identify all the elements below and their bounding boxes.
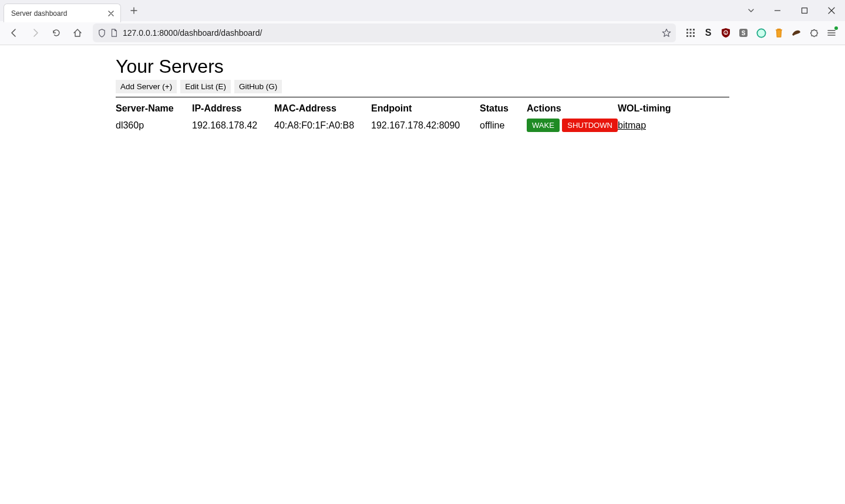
forward-button[interactable] [26, 23, 45, 42]
page-body: Your Servers Add Server (+) Edit List (E… [0, 45, 845, 134]
add-server-button[interactable]: Add Server (+) [116, 80, 177, 93]
servers-table: Server-Name IP-Address MAC-Address Endpo… [116, 101, 729, 134]
browser-chrome: Server dashboard [0, 0, 845, 45]
extension-globe-icon[interactable] [752, 24, 770, 42]
svg-rect-7 [686, 35, 688, 37]
tabs-overflow-button[interactable] [740, 6, 762, 15]
extensions-row: S S [682, 24, 840, 42]
extension-square-icon[interactable]: S [735, 24, 752, 42]
window-controls [740, 0, 845, 21]
tab-title: Server dashboard [11, 9, 103, 18]
table-header-row: Server-Name IP-Address MAC-Address Endpo… [116, 101, 729, 116]
tab-strip: Server dashboard [0, 0, 845, 21]
wake-button[interactable]: WAKE [527, 119, 560, 132]
home-button[interactable] [68, 23, 87, 42]
menu-icon[interactable] [823, 24, 840, 42]
browser-toolbar: S S [0, 21, 845, 45]
page-icon [110, 29, 118, 37]
svg-rect-6 [693, 32, 695, 34]
minimize-button[interactable] [764, 0, 791, 21]
cell-actions: WAKE SHUTDOWN [527, 116, 618, 134]
shutdown-button[interactable]: SHUTDOWN [562, 119, 618, 132]
svg-rect-5 [690, 32, 692, 34]
svg-rect-3 [693, 29, 695, 31]
svg-rect-2 [690, 29, 692, 31]
svg-rect-4 [686, 32, 688, 34]
col-header-ip: IP-Address [192, 101, 274, 116]
cell-wol: bitmap [618, 116, 729, 134]
cell-endpoint: 192.167.178.42:8090 [371, 116, 480, 134]
col-header-name: Server-Name [116, 101, 192, 116]
reload-button[interactable] [47, 23, 66, 42]
extension-brush-icon[interactable] [787, 24, 805, 42]
svg-rect-8 [690, 35, 692, 37]
extension-trash-icon[interactable] [770, 24, 787, 42]
cell-status: offline [480, 116, 527, 134]
back-button[interactable] [5, 23, 23, 42]
svg-rect-9 [693, 35, 695, 37]
url-input[interactable] [122, 28, 658, 38]
close-window-button[interactable] [818, 0, 845, 21]
bookmark-star-icon[interactable] [662, 28, 671, 38]
col-header-status: Status [480, 101, 527, 116]
shield-icon[interactable] [97, 29, 106, 38]
col-header-mac: MAC-Address [274, 101, 371, 116]
content-container: Your Servers Add Server (+) Edit List (E… [116, 45, 729, 134]
separator [116, 97, 729, 97]
edit-list-button[interactable]: Edit List (E) [180, 80, 231, 93]
maximize-button[interactable] [791, 0, 818, 21]
apps-grid-icon[interactable] [682, 24, 699, 42]
col-header-actions: Actions [527, 101, 618, 116]
svg-rect-0 [802, 8, 807, 13]
github-button[interactable]: GitHub (G) [234, 80, 282, 93]
extension-ublock-icon[interactable] [717, 24, 735, 42]
cell-ip: 192.168.178.42 [192, 116, 274, 134]
new-tab-button[interactable] [126, 2, 142, 19]
svg-rect-1 [686, 29, 688, 31]
extensions-puzzle-icon[interactable] [805, 24, 823, 42]
browser-tab[interactable]: Server dashboard [4, 4, 121, 22]
table-row: dl360p 192.168.178.42 40:A8:F0:1F:A0:B8 … [116, 116, 729, 134]
cell-mac: 40:A8:F0:1F:A0:B8 [274, 116, 371, 134]
col-header-wol: WOL-timing [618, 101, 729, 116]
extension-s-icon[interactable]: S [699, 24, 717, 42]
close-tab-icon[interactable] [106, 9, 116, 18]
col-header-endpoint: Endpoint [371, 101, 480, 116]
notification-dot-icon [834, 26, 838, 30]
svg-text:S: S [742, 30, 746, 36]
wol-timing-link[interactable]: bitmap [618, 120, 646, 130]
address-bar[interactable] [93, 23, 676, 42]
page-title: Your Servers [116, 56, 729, 77]
action-button-row: Add Server (+) Edit List (E) GitHub (G) [116, 80, 729, 93]
cell-name: dl360p [116, 116, 192, 134]
